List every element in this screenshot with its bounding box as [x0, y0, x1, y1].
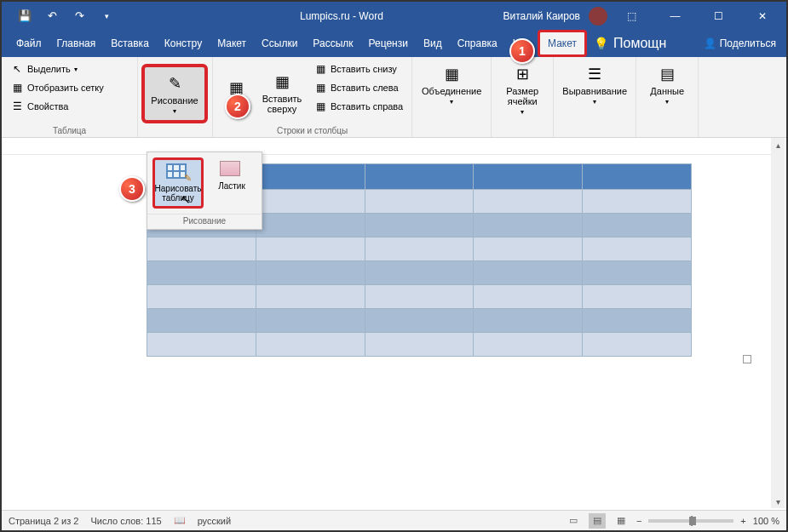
eraser-button[interactable]: Ластик [207, 157, 256, 209]
redo-icon[interactable]: ↷ [69, 6, 89, 26]
table-row [147, 309, 692, 333]
tell-me-label: Помощн [613, 36, 666, 51]
language-indicator[interactable]: русский [198, 516, 231, 526]
insert-above-icon: ▦ [272, 72, 292, 92]
ribbon-group-alignment: ☰ Выравнивание ▾ [554, 57, 636, 137]
ribbon-group-drawing: ✎ Рисование ▾ [138, 57, 213, 137]
draw-table-button[interactable]: Нарисовать таблицу ↖ [152, 157, 204, 209]
menu-bar: Файл Главная Вставка Констру Макет Ссылк… [2, 30, 786, 57]
ribbon-options-icon[interactable]: ⬚ [613, 2, 651, 30]
ribbon-group-merge: ▦ Объединение ▾ [412, 57, 492, 137]
share-icon: 👤 [704, 37, 716, 49]
user-name: Виталий Каиров [503, 10, 580, 22]
ribbon-group-table: ↖Выделить▾ ▦Отобразить сетку ☰Свойства Т… [2, 57, 138, 137]
drawing-label: Рисование [151, 95, 198, 106]
cell-size-icon: ⊞ [512, 64, 532, 84]
insert-below-button[interactable]: ▦Вставить снизу [310, 60, 406, 77]
vertical-scrollbar[interactable]: ▴ ▾ [771, 138, 785, 508]
spellcheck-icon[interactable]: 📖 [174, 515, 186, 526]
menu-view[interactable]: Вид [416, 32, 450, 54]
callout-1: 1 [509, 38, 535, 64]
merge-button[interactable]: ▦ Объединение ▾ [417, 60, 486, 109]
status-bar: Страница 2 из 2 Число слов: 115 📖 русски… [2, 510, 786, 530]
drawing-button[interactable]: ✎ Рисование ▾ [141, 64, 208, 123]
quick-access-toolbar: 💾 ↶ ↷ ▾ [2, 6, 117, 26]
insert-above-button[interactable]: ▦ Вставить сверху [257, 60, 307, 124]
properties-icon: ☰ [10, 100, 24, 113]
zoom-level[interactable]: 100 % [753, 516, 779, 526]
menu-mailings[interactable]: Рассылк [305, 32, 360, 54]
alignment-icon: ☰ [584, 64, 605, 84]
lightbulb-icon: 💡 [594, 37, 608, 50]
callout-2: 2 [225, 94, 250, 119]
zoom-in-icon[interactable]: + [740, 516, 745, 526]
alignment-button[interactable]: ☰ Выравнивание ▾ [559, 60, 630, 109]
scroll-up-icon[interactable]: ▴ [771, 138, 785, 152]
draw-table-icon [166, 163, 190, 182]
ribbon: ↖Выделить▾ ▦Отобразить сетку ☰Свойства Т… [2, 57, 786, 138]
show-grid-button[interactable]: ▦Отобразить сетку [7, 79, 107, 96]
menu-references[interactable]: Ссылки [254, 32, 305, 54]
table-row [147, 285, 692, 309]
table-group-label: Таблица [7, 126, 132, 135]
drawing-icon: ✎ [164, 73, 185, 94]
table-row [147, 333, 692, 357]
title-bar: 💾 ↶ ↷ ▾ Lumpics.ru - Word Виталий Каиров… [2, 2, 786, 30]
user-avatar[interactable] [589, 7, 607, 26]
tell-me[interactable]: 💡 Помощн [594, 36, 666, 51]
undo-icon[interactable]: ↶ [42, 6, 62, 26]
rows-cols-label: Строки и столбцы [218, 126, 406, 135]
cursor-icon: ↖ [10, 62, 24, 76]
table-resize-handle[interactable] [743, 355, 751, 363]
dropdown-group-label: Рисование [147, 214, 262, 229]
document-title: Lumpics.ru - Word [300, 10, 383, 22]
data-icon: ▤ [657, 64, 677, 84]
draw-table-label: Нарисовать таблицу [155, 184, 202, 203]
horizontal-ruler[interactable] [2, 138, 771, 155]
menu-home[interactable]: Главная [49, 32, 104, 54]
minimize-icon[interactable]: — [656, 2, 694, 30]
zoom-out-icon[interactable]: − [636, 516, 641, 526]
mouse-cursor-icon: ↖ [181, 192, 191, 206]
insert-right-icon: ▦ [313, 100, 327, 113]
select-button[interactable]: ↖Выделить▾ [7, 60, 107, 77]
share-label: Поделиться [720, 37, 776, 49]
callout-3: 3 [119, 176, 145, 202]
cell-size-button[interactable]: ⊞ Размер ячейки ▾ [497, 60, 548, 119]
menu-review[interactable]: Рецензи [361, 32, 416, 54]
web-layout-icon[interactable]: ▦ [613, 513, 630, 529]
merge-icon: ▦ [441, 64, 462, 84]
menu-file[interactable]: Файл [9, 32, 49, 54]
menu-help[interactable]: Справка [450, 32, 505, 54]
insert-below-icon: ▦ [313, 62, 327, 76]
eraser-icon [220, 161, 244, 180]
insert-left-button[interactable]: ▦Вставить слева [310, 79, 406, 96]
grid-icon: ▦ [10, 81, 24, 94]
print-layout-icon[interactable]: ▤ [589, 513, 606, 529]
ribbon-group-data: ▤ Данные ▾ [636, 57, 699, 137]
table-row [147, 237, 692, 261]
table-row [147, 261, 692, 285]
qat-dropdown-icon[interactable]: ▾ [96, 6, 117, 26]
share-button[interactable]: 👤 Поделиться [693, 32, 786, 54]
eraser-label: Ластик [218, 181, 245, 191]
menu-design[interactable]: Констру [157, 32, 210, 54]
ribbon-group-cell-size: ⊞ Размер ячейки ▾ [492, 57, 554, 137]
page-indicator[interactable]: Страница 2 из 2 [9, 516, 78, 526]
scroll-down-icon[interactable]: ▾ [771, 495, 785, 508]
menu-insert[interactable]: Вставка [103, 32, 157, 54]
zoom-slider[interactable] [648, 519, 733, 523]
maximize-icon[interactable]: ☐ [699, 2, 738, 30]
close-icon[interactable]: ✕ [743, 2, 781, 30]
insert-right-button[interactable]: ▦Вставить справа [310, 98, 406, 115]
read-mode-icon[interactable]: ▭ [565, 513, 582, 529]
menu-table-layout[interactable]: Макет [538, 30, 587, 57]
insert-left-icon: ▦ [313, 81, 327, 94]
menu-layout[interactable]: Макет [210, 32, 254, 54]
properties-button[interactable]: ☰Свойства [7, 98, 107, 115]
word-count[interactable]: Число слов: 115 [90, 516, 161, 526]
document-area [2, 138, 771, 508]
save-icon[interactable]: 💾 [14, 6, 35, 26]
drawing-dropdown: Нарисовать таблицу ↖ Ластик Рисование [147, 152, 262, 230]
data-button[interactable]: ▤ Данные ▾ [641, 60, 693, 109]
